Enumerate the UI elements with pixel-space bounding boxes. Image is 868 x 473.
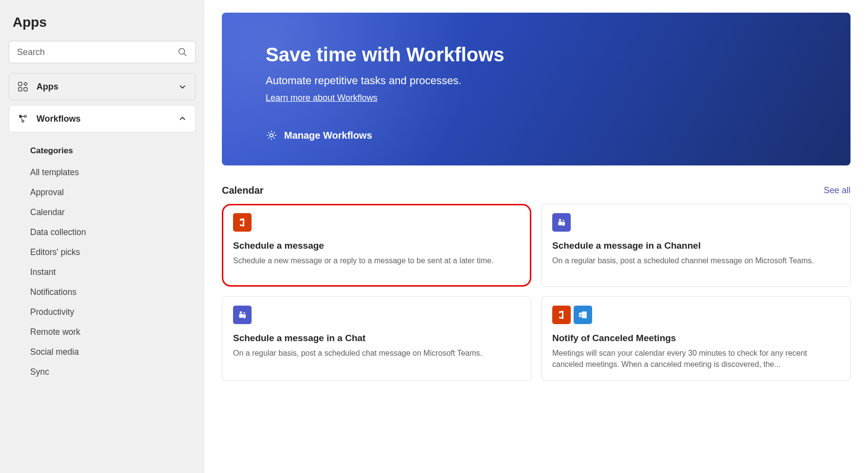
svg-line-1 [184,54,186,56]
category-item[interactable]: Social media [9,342,196,362]
card-icons [233,213,520,232]
office-icon [233,213,252,232]
learn-more-link[interactable]: Learn more about Workflows [266,93,378,103]
sidebar: Apps Apps Workflows Categories All templ… [0,0,204,473]
svg-point-0 [179,49,185,55]
card-title: Notify of Canceled Meetings [552,333,839,344]
category-item[interactable]: Calendar [9,202,196,222]
outlook-icon: O [574,306,592,324]
svg-rect-13 [559,221,562,225]
category-item[interactable]: Productivity [9,302,196,322]
chevron-down-icon [179,83,186,91]
workflow-card-schedule-channel[interactable]: Schedule a message in a Channel On a reg… [541,204,850,287]
office-icon [552,306,571,324]
see-all-link[interactable]: See all [824,185,850,196]
workflows-icon [18,114,32,124]
main-content: Save time with Workflows Automate repeti… [204,0,868,473]
search-box[interactable] [9,41,196,63]
categories-header: Categories [30,146,196,156]
teams-icon [552,213,571,232]
svg-point-5 [19,115,22,118]
workflow-card-canceled-meetings[interactable]: O Notify of Canceled Meetings Meetings w… [541,296,850,381]
category-item[interactable]: Approval [9,182,196,202]
apps-icon [18,82,32,91]
category-item[interactable]: Sync [9,362,196,382]
svg-point-15 [243,312,245,313]
card-icons [552,213,839,232]
search-input[interactable] [17,47,178,57]
section-header: Calendar See all [222,185,850,196]
manage-workflows-label: Manage Workflows [284,130,372,141]
hero-subtitle: Automate repetitive tasks and processes. [266,74,807,87]
nav-workflows[interactable]: Workflows [9,105,196,132]
card-icons [233,306,520,324]
svg-line-9 [21,118,22,120]
chevron-up-icon [179,115,186,123]
svg-rect-2 [18,82,22,86]
category-item[interactable]: Editors' picks [9,242,196,262]
svg-point-12 [562,219,564,221]
card-icons: O [552,306,839,324]
teams-icon [233,306,252,324]
card-desc: On a regular basis, post a scheduled cha… [552,255,839,266]
svg-point-10 [270,134,273,137]
category-item[interactable]: Instant [9,262,196,282]
nav-apps-label: Apps [36,82,179,92]
card-desc: Schedule a new message or a reply to a m… [233,255,520,266]
svg-text:O: O [579,313,582,317]
card-desc: Meetings will scan your calendar every 3… [552,347,839,370]
nav-apps[interactable]: Apps [9,73,196,100]
svg-point-14 [240,311,242,314]
category-item[interactable]: Notifications [9,282,196,302]
hero-banner: Save time with Workflows Automate repeti… [222,13,850,165]
nav-workflows-label: Workflows [36,114,179,124]
svg-rect-4 [24,88,27,91]
category-item[interactable]: Data collection [9,222,196,242]
workflow-card-schedule-chat[interactable]: Schedule a message in a Chat On a regula… [222,296,531,381]
workflow-card-schedule-message[interactable]: Schedule a message Schedule a new messag… [222,204,531,287]
card-title: Schedule a message in a Chat [233,333,520,344]
card-title: Schedule a message [233,240,520,251]
category-item[interactable]: All templates [9,163,196,182]
sidebar-title: Apps [13,15,192,30]
category-item[interactable]: Remote work [9,322,196,342]
svg-rect-16 [239,314,243,318]
card-grid: Schedule a message Schedule a new messag… [222,204,850,381]
manage-workflows-button[interactable]: Manage Workflows [266,129,807,141]
card-desc: On a regular basis, post a scheduled cha… [233,347,520,359]
hero-title: Save time with Workflows [266,44,807,66]
section-title: Calendar [222,185,264,196]
categories-list: All templates Approval Calendar Data col… [9,163,196,382]
card-title: Schedule a message in a Channel [552,240,839,251]
svg-point-11 [559,219,561,221]
gear-icon [266,129,277,141]
svg-point-6 [24,115,26,117]
svg-rect-3 [18,88,22,91]
svg-point-7 [22,120,24,122]
search-icon [178,47,187,57]
